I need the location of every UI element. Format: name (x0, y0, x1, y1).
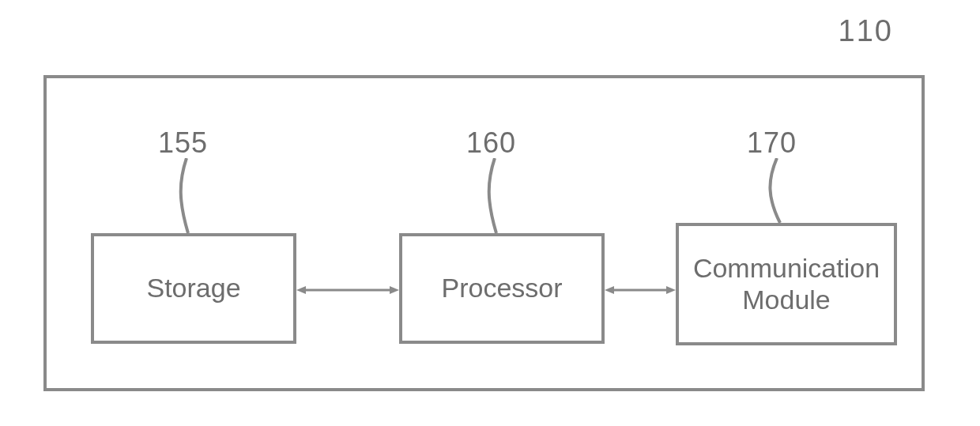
storage-reference-number: 155 (158, 126, 208, 160)
diagram-canvas: 110 155 160 170 Storage Processor Commun… (0, 0, 980, 426)
communication-module-block: Communication Module (676, 223, 897, 345)
comm-reference-number: 170 (747, 126, 797, 160)
storage-label: Storage (146, 273, 240, 303)
leader-comm (763, 158, 798, 223)
leader-storage (172, 158, 204, 233)
svg-marker-5 (666, 286, 676, 294)
svg-marker-2 (390, 286, 399, 294)
outer-reference-number: 110 (839, 14, 893, 48)
processor-label: Processor (441, 273, 562, 303)
storage-block: Storage (91, 233, 296, 344)
svg-marker-1 (296, 286, 306, 294)
communication-module-label: Communication Module (693, 253, 880, 315)
connector-processor-comm (605, 285, 676, 296)
processor-reference-number: 160 (466, 126, 516, 160)
svg-marker-4 (605, 286, 614, 294)
leader-processor (481, 158, 512, 233)
processor-block: Processor (399, 233, 605, 344)
connector-storage-processor (296, 285, 399, 296)
